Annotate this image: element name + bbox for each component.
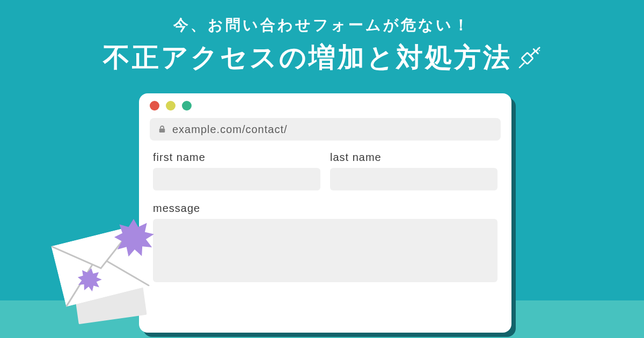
headline: 今、お問い合わせフォームが危ない！ 不正アクセスの増加と対処方法: [0, 15, 644, 76]
starburst-icon: [75, 266, 104, 296]
message-input[interactable]: [153, 219, 497, 282]
first-name-input[interactable]: [153, 168, 320, 190]
svg-point-5: [537, 48, 538, 49]
headline-title-row: 不正アクセスの増加と対処方法: [103, 40, 541, 76]
syringe-icon: [517, 45, 541, 69]
lock-icon: [157, 124, 167, 134]
window-titlebar: [139, 93, 511, 118]
browser-window: example.com/contact/ first name last nam…: [139, 93, 511, 333]
contact-form: first name last name message: [139, 141, 511, 282]
first-name-label: first name: [153, 151, 320, 164]
address-bar[interactable]: example.com/contact/: [150, 118, 501, 141]
svg-marker-12: [76, 266, 104, 293]
svg-line-2: [531, 51, 535, 55]
envelope-illustration: [51, 225, 164, 338]
headline-title: 不正アクセスの増加と対処方法: [103, 40, 512, 76]
last-name-input[interactable]: [330, 168, 497, 190]
address-bar-url: example.com/contact/: [172, 123, 288, 136]
headline-subtitle: 今、お問い合わせフォームが危ない！: [0, 15, 644, 35]
last-name-field: last name: [330, 151, 497, 190]
svg-point-6: [539, 50, 540, 51]
message-label: message: [153, 202, 497, 215]
svg-marker-11: [114, 219, 154, 256]
message-field: message: [153, 202, 497, 282]
first-name-field: first name: [153, 151, 320, 190]
starburst-icon: [113, 218, 154, 261]
svg-line-0: [519, 63, 524, 67]
window-close-icon[interactable]: [150, 101, 159, 111]
window-minimize-icon[interactable]: [166, 101, 175, 111]
name-row: first name last name: [153, 151, 497, 190]
svg-rect-7: [159, 129, 165, 133]
last-name-label: last name: [330, 151, 497, 164]
window-zoom-icon[interactable]: [182, 101, 192, 111]
